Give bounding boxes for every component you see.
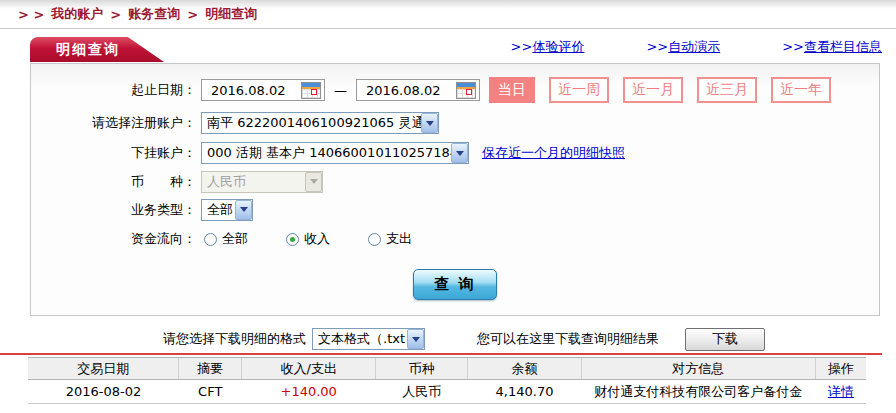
business-type-row: 业务类型： 全部 — [31, 198, 879, 221]
registered-account-select[interactable]: 南平 6222001406100921065 灵通卡 — [201, 112, 439, 134]
range-button-last-year[interactable]: 近一年 — [771, 77, 831, 103]
top-links: >>体验评价 >>自动演示 >>查看栏目信息 — [511, 38, 882, 56]
header-trade-date: 交易日期 — [28, 358, 179, 380]
table-top-rule — [0, 353, 882, 355]
radio-icon[interactable] — [204, 233, 217, 246]
currency-value: 人民币 — [207, 173, 250, 191]
table-row: 2016-08-02 CFT +140.00 人民币 4,140.70 财付通支… — [28, 380, 866, 404]
breadcrumb-separator: > — [187, 7, 198, 22]
query-button[interactable]: 查 询 — [413, 269, 497, 300]
breadcrumb-item-detail-query[interactable]: 明细查询 — [205, 5, 257, 23]
header-income-expense: 收入/支出 — [242, 358, 376, 380]
range-button-last-month[interactable]: 近一月 — [623, 77, 683, 103]
currency-label: 币 种： — [31, 173, 196, 191]
breadcrumb-prefix: > > — [18, 7, 44, 22]
start-date-value: 2016.08.02 — [211, 83, 285, 98]
header-action: 操作 — [816, 358, 866, 380]
cell-balance: 4,140.70 — [468, 380, 581, 404]
range-button-last-3-months[interactable]: 近三月 — [697, 77, 757, 103]
fund-flow-label: 资金流向： — [31, 230, 196, 248]
date-range-row: 起止日期： 2016.08.02 — 2016.08.02 当日 近一周 近一月… — [31, 77, 879, 103]
breadcrumb-separator: > — [110, 7, 121, 22]
registered-account-label: 请选择注册账户： — [31, 114, 196, 132]
header-counterparty: 对方信息 — [581, 358, 816, 380]
sub-account-select[interactable]: 000 活期 基本户 1406600101102571848 — [201, 142, 469, 164]
download-format-value: 文本格式（.txt） — [318, 330, 407, 348]
chevron-down-icon — [421, 113, 438, 133]
radio-checked-icon[interactable] — [286, 233, 299, 246]
currency-select: 人民币 — [201, 171, 323, 193]
sub-account-label: 下挂账户： — [31, 144, 196, 162]
query-form: 起止日期： 2016.08.02 — 2016.08.02 当日 近一周 近一月… — [30, 63, 880, 316]
cell-counterparty: 财付通支付科技有限公司客户备付金 — [581, 380, 816, 404]
cell-summary: CFT — [179, 380, 242, 404]
download-button[interactable]: 下载 — [685, 328, 765, 351]
registered-account-value: 南平 6222001406100921065 灵通卡 — [207, 114, 421, 132]
radio-icon[interactable] — [368, 233, 381, 246]
business-type-value: 全部 — [207, 201, 235, 219]
header-summary: 摘要 — [179, 358, 242, 380]
chevron-down-icon — [305, 172, 322, 192]
range-button-today[interactable]: 当日 — [489, 77, 535, 103]
cell-amount: +140.00 — [242, 380, 376, 404]
breadcrumb-item-my-account[interactable]: 我的账户 — [51, 5, 103, 23]
link-view-column-info[interactable]: >>查看栏目信息 — [782, 38, 882, 56]
result-table: 交易日期 摘要 收入/支出 币种 余额 对方信息 操作 2016-08-02 C… — [28, 357, 866, 404]
cell-trade-date: 2016-08-02 — [28, 380, 179, 404]
currency-row: 币 种： 人民币 — [31, 170, 879, 193]
table-header-row: 交易日期 摘要 收入/支出 币种 余额 对方信息 操作 — [28, 358, 866, 380]
cell-currency: 人民币 — [376, 380, 468, 404]
calendar-icon[interactable] — [301, 82, 321, 99]
start-date-input[interactable]: 2016.08.02 — [201, 79, 325, 101]
header-currency: 币种 — [376, 358, 468, 380]
end-date-input[interactable]: 2016.08.02 — [356, 79, 480, 101]
business-type-select[interactable]: 全部 — [201, 199, 253, 221]
header-balance: 余额 — [468, 358, 581, 380]
fund-flow-row: 资金流向： 全部 收入 支出 — [31, 230, 879, 248]
download-hint: 您可以在这里下载查询明细结果 — [477, 330, 659, 348]
sub-account-value: 000 活期 基本户 1406600101102571848 — [207, 144, 451, 162]
calendar-icon[interactable] — [456, 82, 476, 99]
breadcrumb-item-account-query[interactable]: 账务查询 — [128, 5, 180, 23]
registered-account-row: 请选择注册账户： 南平 6222001406100921065 灵通卡 — [31, 111, 879, 135]
date-range-dash: — — [334, 83, 347, 98]
date-range-label: 起止日期： — [31, 81, 196, 99]
tab-detail-query[interactable]: 明细查询 — [30, 37, 164, 62]
range-button-last-week[interactable]: 近一周 — [549, 77, 609, 103]
business-type-label: 业务类型： — [31, 201, 196, 219]
link-auto-demo[interactable]: >>自动演示 — [646, 38, 720, 56]
end-date-value: 2016.08.02 — [366, 83, 440, 98]
link-experience-evaluation[interactable]: >>体验评价 — [511, 38, 585, 56]
detail-link[interactable]: 详情 — [828, 384, 854, 399]
save-snapshot-link[interactable]: 保存近一个月的明细快照 — [482, 144, 625, 162]
chevron-down-icon — [451, 143, 468, 163]
tab-row: 明细查询 >>体验评价 >>自动演示 >>查看栏目信息 — [0, 29, 896, 62]
fund-flow-option-all[interactable]: 全部 — [204, 230, 248, 248]
sub-account-row: 下挂账户： 000 活期 基本户 1406600101102571848 保存近… — [31, 141, 879, 165]
fund-flow-option-income[interactable]: 收入 — [286, 230, 330, 248]
chevron-down-icon — [407, 329, 424, 349]
download-row: 请您选择下载明细的格式 文本格式（.txt） 您可以在这里下载查询明细结果 下载 — [0, 327, 896, 351]
breadcrumb: > > 我的账户 > 账务查询 > 明细查询 — [0, 0, 896, 29]
chevron-down-icon — [235, 200, 252, 220]
fund-flow-option-expense[interactable]: 支出 — [368, 230, 412, 248]
download-format-select[interactable]: 文本格式（.txt） — [312, 328, 425, 350]
download-format-label: 请您选择下载明细的格式 — [163, 330, 306, 348]
